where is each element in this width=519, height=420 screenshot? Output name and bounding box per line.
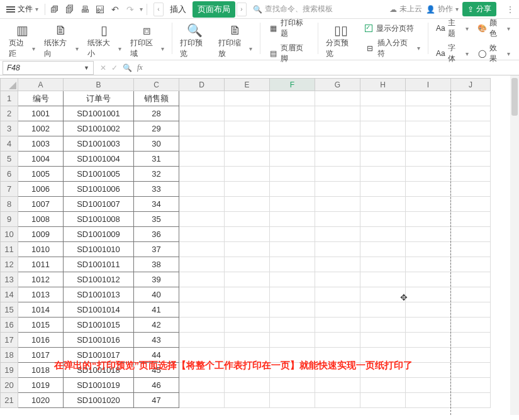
cell-E20[interactable]	[225, 378, 270, 393]
cell-F15[interactable]	[270, 302, 315, 318]
cell-G20[interactable]	[315, 378, 360, 393]
search-fx-icon[interactable]: 🔍	[123, 64, 132, 72]
redo-icon[interactable]: ↷	[125, 4, 136, 14]
cell-F12[interactable]	[270, 257, 315, 272]
cell-D12[interactable]	[179, 257, 225, 272]
row-header[interactable]: 5	[1, 152, 18, 167]
cell-J20[interactable]	[451, 378, 491, 393]
cell-H8[interactable]	[360, 197, 406, 212]
cell-A11[interactable]: 1010	[18, 242, 64, 257]
cell-C14[interactable]: 40	[134, 287, 179, 302]
row-header[interactable]: 20	[1, 378, 18, 393]
cell-A21[interactable]: 1020	[18, 393, 64, 408]
header-footer-button[interactable]: ▤页眉页脚	[268, 43, 310, 64]
tab-prev[interactable]: ‹	[153, 3, 164, 16]
cell-F17[interactable]	[270, 333, 315, 348]
row-header[interactable]: 9	[1, 212, 18, 227]
cell-H3[interactable]	[360, 121, 406, 136]
cell-I15[interactable]	[406, 302, 451, 318]
cell-E14[interactable]	[225, 287, 270, 302]
cell-G3[interactable]	[315, 121, 360, 136]
cell-A7[interactable]: 1006	[18, 182, 64, 197]
cell-I21[interactable]	[406, 393, 451, 408]
cell-J5[interactable]	[451, 152, 491, 167]
cell-B10[interactable]: SD1001009	[64, 227, 134, 242]
cancel-formula-icon[interactable]: ✕	[100, 64, 106, 72]
cell-B8[interactable]: SD1001007	[64, 197, 134, 212]
share-button[interactable]: ⇪ 分享	[462, 2, 496, 16]
cell-J2[interactable]	[451, 106, 491, 121]
cell-G4[interactable]	[315, 136, 360, 152]
paper-size-button[interactable]: ▯ 纸张大小▾	[84, 23, 125, 59]
cell-I3[interactable]	[406, 121, 451, 136]
col-header-J[interactable]: J	[451, 79, 491, 91]
cell-E2[interactable]	[225, 106, 270, 121]
cell-A13[interactable]: 1012	[18, 272, 64, 287]
cell-F19[interactable]	[270, 363, 315, 378]
cell-E17[interactable]	[225, 333, 270, 348]
cell-B13[interactable]: SD1001012	[64, 272, 134, 287]
cell-E6[interactable]	[225, 167, 270, 182]
row-header[interactable]: 10	[1, 227, 18, 242]
cell-H9[interactable]	[360, 212, 406, 227]
cell-E10[interactable]	[225, 227, 270, 242]
row-header[interactable]: 15	[1, 302, 18, 318]
cell-J8[interactable]	[451, 197, 491, 212]
name-box[interactable]: F48 ▼	[3, 61, 94, 75]
row-header[interactable]: 2	[1, 106, 18, 121]
cell-G16[interactable]	[315, 318, 360, 333]
cell-I17[interactable]	[406, 333, 451, 348]
cell-B6[interactable]: SD1001005	[64, 167, 134, 182]
cell-J1[interactable]	[451, 91, 491, 106]
cell-D6[interactable]	[179, 167, 225, 182]
cell-H4[interactable]	[360, 136, 406, 152]
cell-I20[interactable]	[406, 378, 451, 393]
vertical-scrollbar[interactable]	[510, 75, 519, 415]
cell-D3[interactable]	[179, 121, 225, 136]
show-breaks-checkbox[interactable]: 显示分页符	[365, 23, 420, 34]
cell-F11[interactable]	[270, 242, 315, 257]
cell-D18[interactable]	[179, 348, 225, 363]
cell-I2[interactable]	[406, 106, 451, 121]
cell-I5[interactable]	[406, 152, 451, 167]
undo-icon[interactable]: ↶	[109, 4, 121, 14]
tab-insert[interactable]: 插入	[165, 1, 191, 18]
cell-J15[interactable]	[451, 302, 491, 318]
cell-F18[interactable]	[270, 348, 315, 363]
cell-J6[interactable]	[451, 167, 491, 182]
cell-I9[interactable]	[406, 212, 451, 227]
cell-E21[interactable]	[225, 393, 270, 408]
cell-A14[interactable]: 1013	[18, 287, 64, 302]
row-header[interactable]: 13	[1, 272, 18, 287]
cell-J19[interactable]	[451, 363, 491, 378]
print-icon[interactable]: 🖶	[79, 4, 91, 14]
cell-E9[interactable]	[225, 212, 270, 227]
cell-E12[interactable]	[225, 257, 270, 272]
print-preview-button[interactable]: 🔍 打印预览	[176, 23, 213, 59]
cell-I11[interactable]	[406, 242, 451, 257]
cell-A15[interactable]: 1014	[18, 302, 64, 318]
cell-A3[interactable]: 1002	[18, 121, 64, 136]
cell-A17[interactable]: 1016	[18, 333, 64, 348]
cell-H5[interactable]	[360, 152, 406, 167]
cell-C10[interactable]: 36	[134, 227, 179, 242]
row-header[interactable]: 19	[1, 363, 18, 378]
cell-G12[interactable]	[315, 257, 360, 272]
cell-D10[interactable]	[179, 227, 225, 242]
cell-G19[interactable]	[315, 363, 360, 378]
row-header[interactable]: 8	[1, 197, 18, 212]
cell-H2[interactable]	[360, 106, 406, 121]
cell-D20[interactable]	[179, 378, 225, 393]
cell-A19[interactable]: 1018	[18, 363, 64, 378]
cell-D14[interactable]	[179, 287, 225, 302]
row-header[interactable]: 12	[1, 257, 18, 272]
cell-C3[interactable]: 29	[134, 121, 179, 136]
cell-B16[interactable]: SD1001015	[64, 318, 134, 333]
cell-B15[interactable]: SD1001014	[64, 302, 134, 318]
cell-H20[interactable]	[360, 378, 406, 393]
cell-G9[interactable]	[315, 212, 360, 227]
cell-C2[interactable]: 28	[134, 106, 179, 121]
file-menu[interactable]: 文件 ▾	[4, 3, 41, 16]
cell-G15[interactable]	[315, 302, 360, 318]
cell-J9[interactable]	[451, 212, 491, 227]
